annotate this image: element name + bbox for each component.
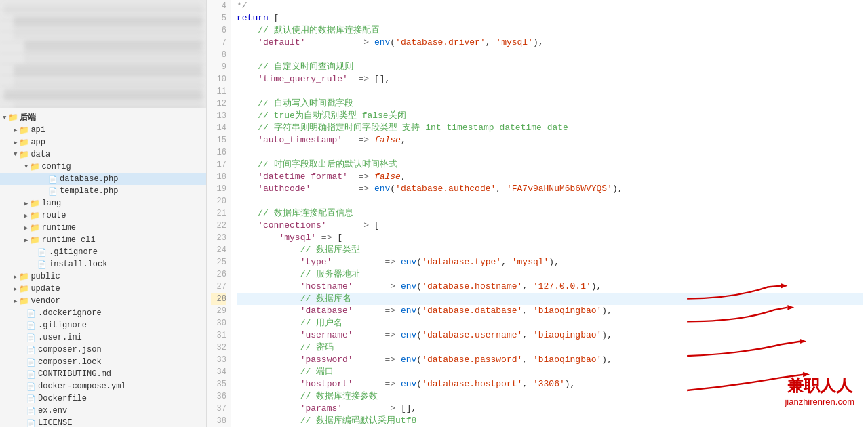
code-line-6: // 默认使用的数据库连接配置 [237, 24, 863, 37]
code-text [237, 122, 258, 134]
tree-item-dockerfile[interactable]: 📄 Dockerfile [0, 392, 206, 405]
tree-item-vendor[interactable]: ▶ 📁 vendor [0, 295, 206, 307]
code-text [369, 37, 374, 49]
file-icon: 📄 [26, 357, 37, 367]
tree-label: template.php [60, 186, 118, 196]
spacer-icon [14, 369, 24, 380]
code-text: env [401, 354, 416, 366]
line-num-23: 23 [211, 232, 226, 244]
tree-item-config[interactable]: ▼ 📁 config [0, 161, 206, 173]
tree-item-app[interactable]: ▶ 📁 app [0, 136, 206, 148]
tree-item-template-php[interactable]: 📄 template.php [0, 185, 206, 197]
file-icon: 📄 [26, 308, 37, 319]
code-text: => [321, 232, 332, 244]
code-line-11 [237, 85, 863, 98]
code-line-23: 'mysql' => [ [237, 232, 863, 244]
tree-item-update[interactable]: ▶ 📁 update [0, 283, 206, 295]
code-text [237, 207, 258, 220]
tree-label: .gitignore [38, 321, 87, 330]
code-text: ), [565, 378, 576, 390]
expand-icon: ▼ [24, 163, 28, 170]
code-text: 'connections' [258, 220, 326, 232]
spacer-icon [14, 381, 24, 392]
code-text: [ [332, 232, 342, 244]
code-text [353, 281, 385, 293]
code-text: 'database.username' [422, 329, 522, 342]
tree-item-lang[interactable]: ▶ 📁 lang [0, 197, 206, 209]
line-num-4: 4 [211, 0, 226, 12]
tree-item-runtime-cli[interactable]: ▶ 📁 runtime_cli [0, 234, 206, 246]
tree-item-runtime[interactable]: ▶ 📁 runtime [0, 222, 206, 234]
spacer-icon [14, 405, 24, 416]
expand-icon: ▶ [24, 200, 28, 207]
folder-icon: 📁 [29, 222, 40, 233]
spacer-icon [14, 357, 24, 367]
code-text: 'database.database' [422, 305, 522, 317]
tree-item-dockerignore[interactable]: 📄 .dockerignore [0, 307, 206, 319]
tree-label: LICENSE [38, 418, 72, 427]
code-text: 'type' [300, 256, 332, 268]
tree-item-database-php[interactable]: 📄 database.php [0, 173, 206, 185]
tree-label: 后端 [20, 112, 36, 123]
tree-item-api[interactable]: ▶ 📁 api [0, 124, 206, 136]
tree-item-contributing-md[interactable]: 📄 CONTRIBUTING.md [0, 368, 206, 380]
tree-label: CONTRIBUTING.md [38, 369, 111, 379]
code-text: , [501, 256, 512, 268]
tree-item-composer-lock[interactable]: 📄 composer.lock [0, 356, 206, 368]
code-text: 'default' [258, 37, 305, 49]
file-icon: 📄 [26, 381, 37, 392]
code-text: 'hostname' [300, 281, 353, 293]
code-text [369, 134, 374, 146]
code-text: // 密码 [300, 342, 334, 354]
code-text: // 端口 [300, 366, 334, 378]
tree-item-install-lock[interactable]: 📄 install.lock [0, 258, 206, 270]
tree-item-data[interactable]: ▼ 📁 data [0, 148, 206, 161]
code-text: '127.0.0.1' [533, 281, 591, 293]
code-text: => [384, 281, 395, 293]
line-num-28: 28 [211, 293, 226, 305]
code-line-34: // 端口 [237, 366, 863, 378]
tree-item-gitignore-data[interactable]: 📄 .gitignore [0, 246, 206, 258]
expand-icon: ▶ [24, 237, 28, 244]
code-text: // 时间字段取出后的默认时间格式 [258, 159, 397, 171]
tree-item-route[interactable]: ▶ 📁 route [0, 209, 206, 222]
code-text [395, 256, 401, 268]
spacer-icon [14, 344, 24, 355]
code-line-26: // 服务器地址 [237, 268, 863, 281]
tree-item-ex-env[interactable]: 📄 ex.env [0, 405, 206, 417]
code-text [237, 61, 258, 73]
tree-label: vendor [31, 296, 60, 306]
code-text: // 数据库编码默认采用utf8 [300, 415, 417, 427]
tree-item-license[interactable]: 📄 LICENSE [0, 417, 206, 427]
code-text [237, 268, 300, 281]
line-num-37: 37 [211, 403, 226, 415]
code-text: 'mysql' [512, 256, 549, 268]
tree-label: runtime_cli [41, 235, 95, 245]
tree-item-composer-json[interactable]: 📄 composer.json [0, 344, 206, 356]
tree-item-user-ini[interactable]: 📄 .user.ini [0, 331, 206, 344]
code-text [237, 329, 300, 342]
code-text: 'authcode' [258, 183, 311, 195]
tree-label: Dockerfile [38, 394, 87, 403]
folder-icon: 📁 [7, 113, 18, 123]
tree-label: api [31, 125, 45, 135]
code-line-12: // 自动写入时间戳字段 [237, 98, 863, 110]
code-text [332, 256, 384, 268]
code-text [348, 171, 359, 183]
tree-item-public[interactable]: ▶ 📁 public [0, 270, 206, 283]
code-text: env [401, 281, 416, 293]
tree-item-root[interactable]: ▼ 📁 后端 [0, 111, 206, 124]
spacer-icon [35, 174, 46, 184]
expand-icon: ▶ [24, 212, 28, 220]
file-icon: 📄 [26, 369, 37, 380]
tree-item-docker-compose-yml[interactable]: 📄 docker-compose.yml [0, 380, 206, 392]
folder-icon: 📁 [18, 137, 29, 148]
tree-item-gitignore[interactable]: 📄 .gitignore [0, 319, 206, 331]
code-line-18: 'datetime_format' => false, [237, 171, 863, 183]
code-text [327, 220, 359, 232]
tree-label: data [31, 150, 50, 159]
code-text: ), [591, 281, 602, 293]
folder-icon: 📁 [18, 149, 29, 160]
code-text: 'database.hostport' [422, 378, 522, 390]
line-num-17: 17 [211, 159, 226, 171]
